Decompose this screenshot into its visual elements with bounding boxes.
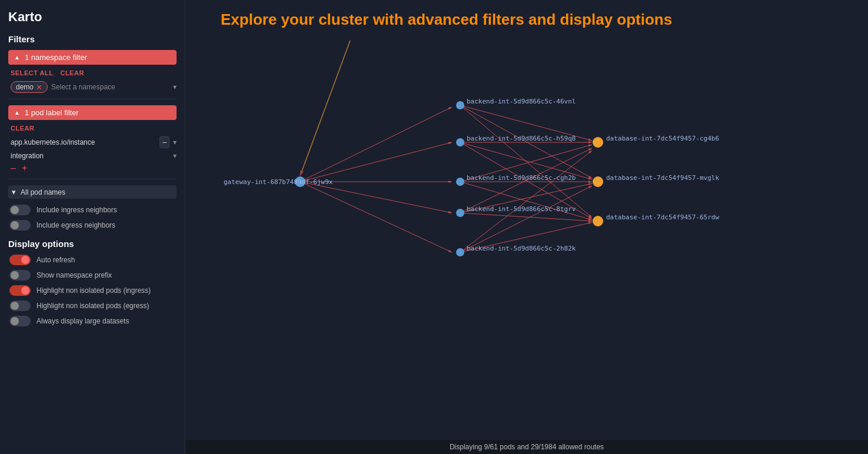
namespace-filter-header[interactable]: ▲ 1 namespace filter: [8, 50, 177, 65]
pod-names-row[interactable]: ▾ All pod names: [8, 185, 177, 199]
namespace-placeholder: Select a namespace: [51, 83, 169, 91]
node-backend3: [456, 178, 464, 186]
include-ingress-thumb: [11, 206, 19, 214]
namespace-input-row: demo ✕ Select a namespace ▾: [8, 81, 177, 93]
namespace-filter-label: 1 namespace filter: [25, 53, 87, 62]
highlight-egress-row: Highlight non isolated pods (egress): [8, 301, 177, 311]
network-graph: gateway-int-687b7489df-6jw9x backend-int…: [185, 0, 868, 440]
label-op-dropdown-2[interactable]: ▾: [173, 152, 177, 160]
graph-area[interactable]: gateway-int-687b7489df-6jw9x backend-int…: [185, 0, 868, 440]
pod-label-filter-actions: CLEAR: [8, 125, 177, 132]
demo-tag: demo ✕: [11, 81, 48, 93]
always-display-label: Always display large datasets: [36, 317, 129, 325]
select-all-button[interactable]: SELECT ALL: [11, 69, 53, 76]
remove-label-button[interactable]: –: [11, 163, 16, 173]
main-area: Explore your cluster with advanced filte…: [185, 0, 868, 454]
label-gateway: gateway-int-687b7489df-6jw9x: [224, 178, 333, 186]
label-db3: database-int-7dc54f9457-65rdw: [606, 213, 719, 221]
namespace-chevron-icon: ▲: [14, 54, 20, 61]
svg-line-16: [460, 186, 592, 252]
highlight-ingress-thumb: [21, 286, 29, 295]
label-backend2: backend-int-5d9d866c5c-h59q8: [467, 135, 576, 142]
auto-refresh-toggle[interactable]: [9, 255, 31, 265]
highlight-ingress-toggle[interactable]: [9, 285, 31, 296]
svg-line-1: [300, 41, 350, 176]
label-op-1[interactable]: –: [159, 136, 169, 148]
label-backend4: backend-int-5d9d866c5c-8tgrv: [467, 205, 576, 213]
add-label-button[interactable]: +: [22, 163, 27, 173]
pod-names-label: All pod names: [21, 188, 173, 196]
namespace-filter-actions: SELECT ALL CLEAR: [8, 69, 177, 76]
auto-refresh-thumb: [21, 256, 29, 264]
label-backend3: backend-int-5d9d866c5c-cgh2b: [467, 174, 576, 182]
highlight-ingress-row: Highlight non isolated pods (ingress): [8, 285, 177, 296]
label-key-2: integration: [11, 152, 169, 160]
pod-label-filter-label: 1 pod label filter: [25, 108, 79, 117]
demo-tag-remove-icon[interactable]: ✕: [36, 84, 42, 91]
highlight-egress-label: Highlight non isolated pods (egress): [36, 302, 149, 310]
node-db1: [593, 137, 603, 148]
always-display-row: Always display large datasets: [8, 316, 177, 326]
label-add-remove: – +: [8, 163, 177, 173]
app-title: Karto: [8, 9, 177, 25]
include-ingress-row: Include ingress neighbors: [8, 205, 177, 215]
highlight-egress-thumb: [11, 302, 19, 310]
always-display-toggle[interactable]: [9, 316, 31, 326]
demo-tag-label: demo: [16, 83, 34, 91]
include-ingress-toggle[interactable]: [9, 205, 31, 215]
display-options-title: Display options: [8, 239, 177, 249]
divider-1: [8, 99, 177, 99]
label-backend1: backend-int-5d9d866c5c-46vnl: [467, 98, 576, 105]
include-egress-row: Include egress neighbors: [8, 220, 177, 231]
node-backend1: [456, 101, 464, 109]
include-ingress-label: Include ingress neighbors: [36, 206, 117, 214]
include-egress-thumb: [11, 221, 19, 229]
svg-line-5: [300, 182, 452, 213]
auto-refresh-label: Auto refresh: [36, 256, 75, 264]
clear-pod-label-button[interactable]: CLEAR: [11, 125, 34, 132]
pod-names-chevron-icon: ▾: [12, 188, 16, 196]
show-namespace-thumb: [11, 271, 19, 279]
highlight-egress-toggle[interactable]: [9, 301, 31, 311]
label-db2: database-int-7dc54f9457-mvglk: [606, 174, 719, 182]
node-backend2: [456, 138, 464, 146]
sidebar: Karto Filters ▲ 1 namespace filter SELEC…: [0, 0, 185, 454]
status-bar: Displaying 9/61 pods and 29/1984 allowed…: [185, 440, 868, 454]
label-filter-row-2: integration ▾: [8, 152, 177, 160]
divider-2: [8, 179, 177, 179]
label-backend5: backend-int-5d9d866c5c-2h82k: [467, 245, 576, 252]
label-db1: database-int-7dc54f9457-cg4b6: [606, 135, 719, 142]
include-egress-label: Include egress neighbors: [36, 221, 115, 229]
show-namespace-label: Show namespace prefix: [36, 271, 112, 279]
status-text: Displaying 9/61 pods and 29/1984 allowed…: [450, 443, 604, 451]
label-key-1: app.kubernetes.io/instance: [11, 138, 156, 146]
filters-section-title: Filters: [8, 34, 177, 44]
clear-namespace-button[interactable]: CLEAR: [60, 69, 84, 76]
highlight-ingress-label: Highlight non isolated pods (ingress): [36, 286, 151, 295]
label-op-dropdown-1[interactable]: ▾: [173, 138, 177, 146]
node-db3: [593, 216, 603, 226]
display-options-section: Display options Auto refresh Show namesp…: [8, 239, 177, 326]
node-db2: [593, 176, 603, 187]
svg-line-3: [300, 142, 452, 182]
label-filter-row-1: app.kubernetes.io/instance – ▾: [8, 136, 177, 148]
show-namespace-row: Show namespace prefix: [8, 270, 177, 281]
show-namespace-toggle[interactable]: [9, 270, 31, 281]
node-backend4: [456, 209, 464, 217]
node-backend5: [456, 248, 464, 256]
include-egress-toggle[interactable]: [9, 220, 31, 231]
svg-line-2: [300, 107, 452, 182]
namespace-dropdown-icon[interactable]: ▾: [173, 83, 177, 91]
auto-refresh-row: Auto refresh: [8, 255, 177, 265]
always-display-thumb: [11, 317, 19, 325]
pod-label-filter-header[interactable]: ▲ 1 pod label filter: [8, 105, 177, 120]
svg-line-6: [300, 182, 452, 252]
pod-label-chevron-icon: ▲: [14, 109, 20, 116]
